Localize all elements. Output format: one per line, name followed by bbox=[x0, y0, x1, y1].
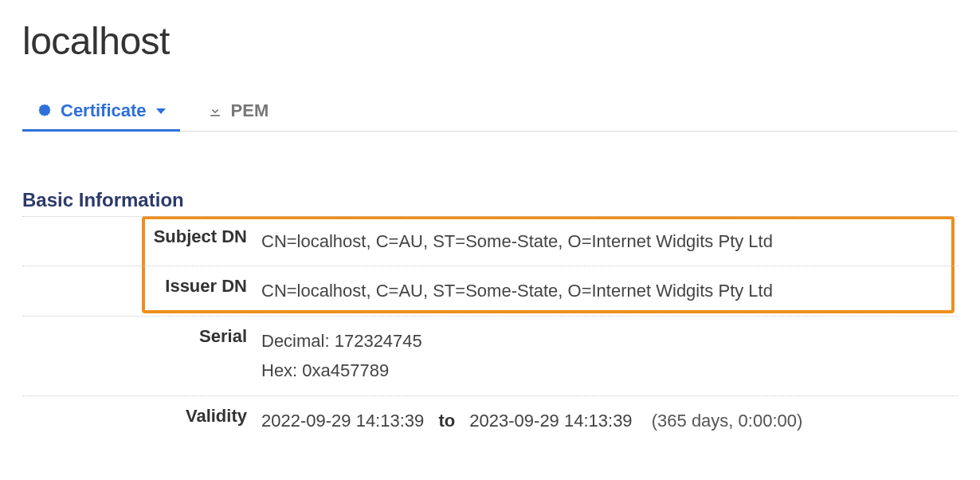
tab-certificate[interactable]: Certificate bbox=[22, 96, 180, 132]
row-serial: Serial Decimal: 172324745 Hex: 0xa457789 bbox=[22, 316, 958, 395]
page-title: localhost bbox=[22, 19, 958, 63]
tab-pem[interactable]: PEM bbox=[193, 96, 284, 132]
section-title-basic-information: Basic Information bbox=[22, 189, 958, 211]
validity-to: 2023-09-29 14:13:39 bbox=[469, 411, 632, 431]
row-subject-dn: Subject DN CN=localhost, C=AU, ST=Some-S… bbox=[22, 216, 958, 266]
tab-label: Certificate bbox=[61, 100, 147, 121]
validity-from: 2022-09-29 14:13:39 bbox=[261, 411, 424, 431]
serial-hex: Hex: 0xa457789 bbox=[261, 356, 958, 385]
row-validity: Validity 2022-09-29 14:13:39 to 2023-09-… bbox=[22, 395, 958, 445]
certificate-seal-icon bbox=[37, 103, 53, 119]
field-value: Decimal: 172324745 Hex: 0xa457789 bbox=[261, 326, 958, 386]
chevron-down-icon bbox=[156, 108, 166, 114]
field-value: CN=localhost, C=AU, ST=Some-State, O=Int… bbox=[261, 276, 958, 305]
tab-bar: Certificate PEM bbox=[22, 95, 958, 132]
row-issuer-dn: Issuer DN CN=localhost, C=AU, ST=Some-St… bbox=[22, 266, 958, 315]
basic-information-rows: Subject DN CN=localhost, C=AU, ST=Some-S… bbox=[22, 216, 958, 445]
field-value: CN=localhost, C=AU, ST=Some-State, O=Int… bbox=[261, 226, 958, 256]
tab-label: PEM bbox=[231, 100, 269, 121]
field-label: Validity bbox=[22, 406, 261, 435]
field-label: Issuer DN bbox=[22, 276, 261, 305]
validity-separator: to bbox=[429, 411, 465, 431]
serial-decimal: Decimal: 172324745 bbox=[261, 326, 958, 356]
field-label: Serial bbox=[22, 326, 261, 386]
validity-duration: (365 days, 0:00:00) bbox=[637, 411, 803, 431]
field-label: Subject DN bbox=[22, 226, 261, 256]
download-icon bbox=[207, 103, 223, 119]
field-value: 2022-09-29 14:13:39 to 2023-09-29 14:13:… bbox=[261, 406, 958, 435]
